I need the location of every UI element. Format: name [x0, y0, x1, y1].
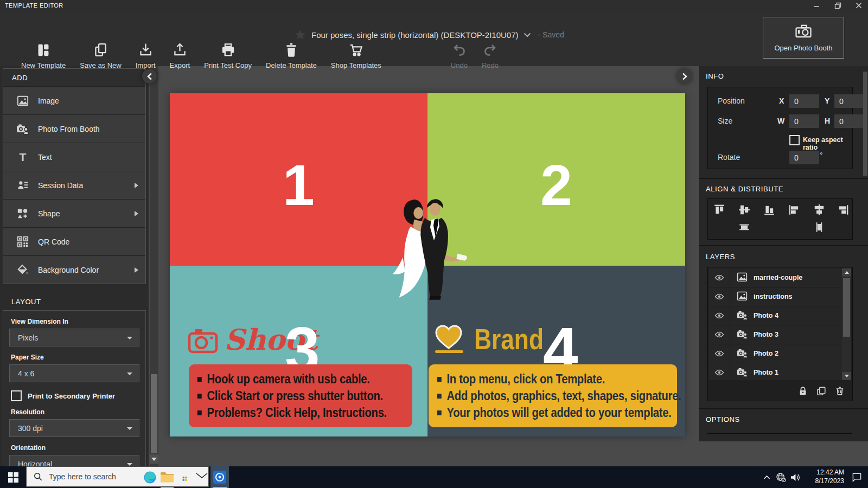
print-test-copy-button[interactable]: Print Test Copy [197, 40, 259, 69]
right-sidebar-scrollbar[interactable] [863, 68, 867, 439]
scrollbar-thumb[interactable] [151, 374, 157, 453]
visibility-eye-icon[interactable] [709, 363, 730, 380]
scroll-down-button[interactable] [842, 372, 851, 380]
add-shape-button[interactable]: Shape [3, 199, 145, 227]
bullet-icon [197, 394, 202, 399]
start-button[interactable] [0, 466, 26, 488]
layer-row-instructions[interactable]: instructions [709, 287, 842, 306]
taskbar-clock[interactable]: 12:42 AM 8/17/2023 [805, 468, 844, 485]
visibility-eye-icon[interactable] [709, 268, 730, 287]
align-left-button[interactable] [788, 203, 801, 216]
tray-chevron-up-icon[interactable] [760, 466, 774, 488]
delete-template-button[interactable]: Delete Template [259, 40, 324, 69]
add-text-button[interactable]: T Text [3, 143, 145, 171]
size-w-input[interactable] [789, 114, 819, 128]
add-panel: ADD Image Photo From Booth T Text [3, 68, 146, 284]
network-globe-icon[interactable] [774, 466, 788, 488]
rotate-input[interactable] [789, 151, 819, 164]
align-vertical-center-button[interactable] [738, 203, 751, 216]
visibility-eye-icon[interactable] [709, 325, 730, 344]
layers-scrollbar[interactable] [842, 268, 851, 380]
position-x-input[interactable] [789, 94, 819, 108]
action-center-icon[interactable] [850, 466, 864, 488]
add-photo-from-booth-button[interactable]: Photo From Booth [3, 114, 145, 143]
instruction-line: Add photos, graphics, text, shapes, sign… [437, 388, 684, 404]
save-as-new-button[interactable]: Save as New [73, 40, 129, 69]
keep-aspect-ratio-checkbox[interactable] [789, 135, 800, 145]
scrollbar-thumb[interactable] [863, 72, 867, 176]
visibility-eye-icon[interactable] [709, 306, 730, 325]
layers-panel: married-couple instructions Photo 4 Phot… [707, 267, 853, 401]
layer-row-photo-3[interactable]: Photo 3 [709, 325, 842, 344]
layer-row-photo-1[interactable]: Photo 1 [709, 363, 842, 380]
close-icon[interactable] [854, 1, 864, 10]
taskbar-photo-booth-app-icon[interactable] [210, 466, 229, 488]
layout-panel-title: LAYOUT [0, 293, 149, 310]
windows-logo-icon [8, 472, 18, 483]
template-title: Four poses, single strip (horizontal) (D… [311, 30, 519, 40]
add-background-color-button[interactable]: Background Color [3, 255, 145, 284]
submenu-arrow-icon [135, 183, 138, 188]
instruction-line: Your photos will get added to your templ… [437, 404, 684, 421]
secondary-printer-checkbox[interactable] [11, 390, 22, 401]
dropdown-arrow-icon [127, 373, 132, 375]
shop-templates-button[interactable]: Shop Templates [324, 40, 388, 69]
taskbar-store-icon[interactable] [176, 466, 193, 488]
resolution-dropdown[interactable]: 300 dpi [9, 419, 139, 437]
restore-button[interactable] [833, 1, 843, 10]
new-template-button[interactable]: New Template [14, 40, 73, 69]
visibility-eye-icon[interactable] [709, 344, 730, 363]
export-button[interactable]: Export [163, 40, 197, 69]
taskbar-edge-icon[interactable] [141, 466, 158, 488]
undo-button[interactable]: Undo [444, 40, 475, 69]
taskbar-file-explorer-icon[interactable] [158, 466, 176, 488]
scroll-down-button[interactable] [150, 454, 158, 464]
taskbar-mail-icon[interactable] [193, 466, 210, 488]
distribute-vertical-button[interactable] [813, 221, 826, 234]
add-qr-code-button[interactable]: QR Code [3, 227, 145, 255]
married-couple-image[interactable] [386, 193, 472, 303]
view-dimension-dropdown[interactable]: Pixels [9, 329, 139, 346]
minimize-button[interactable] [812, 1, 821, 10]
instruction-line: Click Start or press shutter button. [197, 388, 420, 404]
rotate-label: Rotate [718, 153, 740, 162]
layer-row-married-couple[interactable]: married-couple [709, 268, 842, 287]
lock-icon[interactable] [798, 386, 808, 396]
distribute-horizontal-button[interactable] [738, 221, 751, 234]
layer-row-photo-4[interactable]: Photo 4 [709, 306, 842, 325]
w-label: W [777, 117, 784, 125]
chevron-down-icon[interactable] [524, 33, 531, 37]
collapse-right-panel-button[interactable] [677, 69, 692, 84]
shoot-instructions-box[interactable]: Hook up camera with usb cable. Click Sta… [189, 364, 412, 427]
align-top-button[interactable] [713, 203, 726, 216]
visibility-eye-icon[interactable] [709, 287, 730, 306]
align-horizontal-center-button[interactable] [813, 203, 826, 216]
scrollbar-thumb[interactable] [843, 278, 850, 337]
add-session-data-button[interactable]: Session Data [3, 171, 145, 199]
open-photo-booth-button[interactable]: Open Photo Booth [763, 17, 844, 59]
align-right-button[interactable] [837, 203, 850, 216]
redo-button[interactable]: Redo [475, 40, 506, 69]
info-panel-title: INFO [706, 72, 724, 80]
options-panel-title: OPTIONS [706, 415, 740, 423]
position-y-input[interactable] [834, 94, 864, 108]
add-image-button[interactable]: Image [3, 86, 145, 114]
divider [699, 245, 868, 246]
volume-icon[interactable] [788, 466, 802, 488]
scroll-up-button[interactable] [842, 268, 851, 277]
add-panel-title: ADD [3, 69, 145, 86]
align-bottom-button[interactable] [763, 203, 776, 216]
duplicate-icon[interactable] [816, 386, 826, 396]
brand-instructions-box[interactable]: In top menu, click on Template. Add phot… [429, 364, 677, 427]
toolbar: Four poses, single strip (horizontal) (D… [0, 12, 868, 66]
size-h-input[interactable] [834, 114, 864, 128]
left-sidebar-scrollbar[interactable] [150, 66, 158, 466]
layer-row-photo-2[interactable]: Photo 2 [709, 344, 842, 363]
import-button[interactable]: Import [129, 40, 163, 69]
brand-heading[interactable]: Brand [474, 324, 544, 354]
collapse-left-panel-button[interactable] [142, 69, 157, 84]
trash-icon[interactable] [835, 386, 845, 396]
paper-size-dropdown[interactable]: 4 x 6 [9, 364, 139, 382]
session-data-icon [16, 179, 29, 192]
orientation-dropdown[interactable]: Horizontal [9, 455, 139, 466]
